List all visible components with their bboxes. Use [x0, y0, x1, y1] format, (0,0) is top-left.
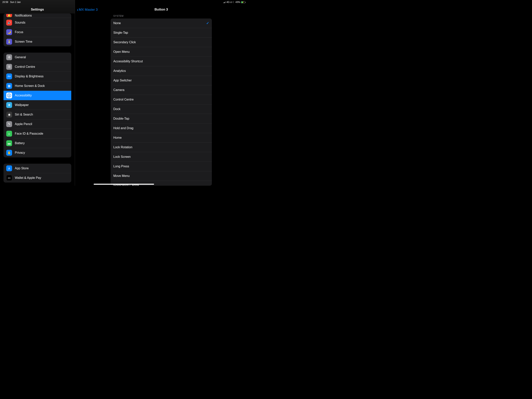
sidebar-item-label: Display & Brightness — [15, 75, 44, 78]
sidebar-item-label: Notifications — [15, 14, 32, 17]
option-open-menu[interactable]: Open Menu — [111, 47, 212, 57]
option-control-centre[interactable]: Control Centre — [111, 95, 212, 104]
option-label: Double-Tap — [113, 117, 129, 120]
sidebar-item-face-id-passcode[interactable]: ☺︎Face ID & Passcode — [4, 129, 71, 138]
sidebar-item-label: Wallet & Apple Pay — [15, 176, 41, 180]
sidebar-item-label: Siri & Search — [15, 113, 33, 116]
option-camera[interactable]: Camera — [111, 85, 212, 95]
sidebar-item-label: Accessibility — [15, 94, 32, 97]
option-accessibility-shortcut[interactable]: Accessibility Shortcut — [111, 57, 212, 66]
option-label: Dock — [113, 107, 120, 111]
sidebar-item-screen-time[interactable]: ⏳Screen Time — [4, 37, 71, 46]
app-store-icon: A — [6, 165, 12, 171]
svg-point-1 — [9, 94, 10, 95]
sidebar-item-label: Screen Time — [15, 40, 32, 44]
option-double-tap[interactable]: Double-Tap — [111, 114, 212, 123]
sidebar-item-general[interactable]: ⚙︎General — [4, 53, 71, 62]
option-app-switcher[interactable]: App Switcher — [111, 76, 212, 85]
option-dock[interactable]: Dock — [111, 104, 212, 114]
option-long-press[interactable]: Long Press — [111, 162, 212, 171]
checkmark-icon: ✓ — [206, 21, 209, 25]
option-label: Lock Rotation — [113, 146, 133, 149]
wallpaper-icon: ❀ — [6, 102, 12, 108]
sidebar-item-label: Battery — [15, 142, 25, 145]
option-hold-and-drag[interactable]: Hold and Drag — [111, 123, 212, 133]
option-label: Camera — [113, 88, 124, 92]
pencil-icon: ✎ — [6, 121, 12, 127]
option-label: Secondary Click — [113, 40, 136, 44]
sidebar-item-label: Home Screen & Dock — [15, 84, 45, 88]
notifications-icon: 🔔 — [6, 14, 12, 17]
status-bar: 20:59 Sun 2 Jan 4G ⎚ ☾ 43% ⚡ — [0, 0, 247, 4]
sidebar-item-siri-search[interactable]: ◉Siri & Search — [4, 110, 71, 119]
options-list: None✓Single-TapSecondary ClickOpen MenuA… — [111, 19, 212, 186]
sidebar-item-control-centre[interactable]: ☰Control Centre — [4, 62, 71, 71]
face-id-icon: ☺︎ — [6, 131, 12, 137]
option-label: Hold and Drag — [113, 126, 133, 130]
option-lock-screen[interactable]: Lock Screen — [111, 152, 212, 161]
detail-title: Button 3 — [155, 8, 168, 12]
sidebar-item-label: General — [15, 56, 26, 59]
signal-icon — [223, 1, 226, 3]
focus-icon: 🌙 — [6, 29, 12, 35]
airplay-icon: ⎚ — [230, 1, 232, 4]
wallet-icon: ▭ — [6, 175, 12, 181]
chevron-left-icon: ‹ — [77, 7, 78, 12]
sidebar-item-notifications[interactable]: 🔔Notifications — [4, 13, 71, 18]
screen-time-icon: ⏳ — [6, 39, 12, 45]
sidebar-item-home-screen-dock[interactable]: ▦Home Screen & Dock — [4, 81, 71, 90]
status-time: 20:59 — [2, 1, 8, 4]
battery-icon: ▬ — [6, 140, 12, 146]
sounds-icon: 🔊 — [6, 20, 12, 26]
option-label: None — [113, 21, 121, 25]
section-header: SYSTEM — [111, 13, 212, 19]
status-date: Sun 2 Jan — [10, 1, 21, 4]
settings-sidebar: Settings 🔔Notifications🔊Sounds🌙Focus⏳Scr… — [0, 0, 75, 186]
sidebar-item-apple-pencil[interactable]: ✎Apple Pencil — [4, 119, 71, 129]
detail-pane: ‹ MX Master 3 Button 3 SYSTEM None✓Singl… — [75, 0, 247, 186]
sidebar-item-wallpaper[interactable]: ❀Wallpaper — [4, 100, 71, 110]
sidebar-item-label: Wallpaper — [15, 103, 29, 107]
option-label: Control Centre — [113, 98, 133, 101]
option-lock-rotation[interactable]: Lock Rotation — [111, 143, 212, 152]
option-label: Lock Screen — [113, 155, 131, 159]
option-analytics[interactable]: Analytics — [111, 66, 212, 76]
option-move-menu[interactable]: Move Menu — [111, 171, 212, 180]
option-label: Move Menu — [113, 174, 130, 178]
home-screen-icon: ▦ — [6, 83, 12, 89]
option-none[interactable]: None✓ — [111, 19, 212, 28]
back-label: MX Master 3 — [79, 8, 98, 12]
sidebar-item-label: Face ID & Passcode — [15, 132, 43, 135]
moon-icon: ☾ — [233, 1, 235, 4]
sidebar-title: Settings — [31, 8, 44, 12]
option-label: Open Menu — [113, 50, 130, 54]
status-battery-pct: 43% — [235, 1, 240, 4]
option-label: Accessibility Shortcut — [113, 60, 143, 63]
option-notification-centre[interactable]: Notification Centre — [111, 181, 212, 186]
home-indicator[interactable] — [94, 184, 154, 185]
sidebar-item-accessibility[interactable]: Accessibility — [4, 91, 71, 100]
sidebar-item-display-brightness[interactable]: AADisplay & Brightness — [4, 72, 71, 81]
option-label: Analytics — [113, 69, 126, 73]
option-label: Single-Tap — [113, 31, 128, 34]
sidebar-item-sounds[interactable]: 🔊Sounds — [4, 18, 71, 27]
back-button[interactable]: ‹ MX Master 3 — [77, 7, 98, 12]
sidebar-item-privacy[interactable]: ✋Privacy — [4, 148, 71, 157]
sidebar-item-wallet-apple-pay[interactable]: ▭Wallet & Apple Pay — [4, 173, 71, 183]
sidebar-item-label: Sounds — [15, 21, 25, 24]
sidebar-item-label: Focus — [15, 30, 23, 34]
siri-icon: ◉ — [6, 112, 12, 117]
option-label: Long Press — [113, 165, 129, 168]
sidebar-item-focus[interactable]: 🌙Focus — [4, 27, 71, 37]
control-centre-icon: ☰ — [6, 64, 12, 70]
sidebar-item-app-store[interactable]: AApp Store — [4, 164, 71, 173]
option-home[interactable]: Home — [111, 133, 212, 142]
option-label: Home — [113, 136, 122, 140]
accessibility-icon — [6, 93, 12, 98]
option-label: App Switcher — [113, 79, 132, 82]
sidebar-item-label: Control Centre — [15, 65, 35, 69]
option-single-tap[interactable]: Single-Tap — [111, 28, 212, 37]
option-secondary-click[interactable]: Secondary Click — [111, 38, 212, 47]
sidebar-item-label: App Store — [15, 167, 29, 170]
sidebar-item-battery[interactable]: ▬Battery — [4, 139, 71, 148]
